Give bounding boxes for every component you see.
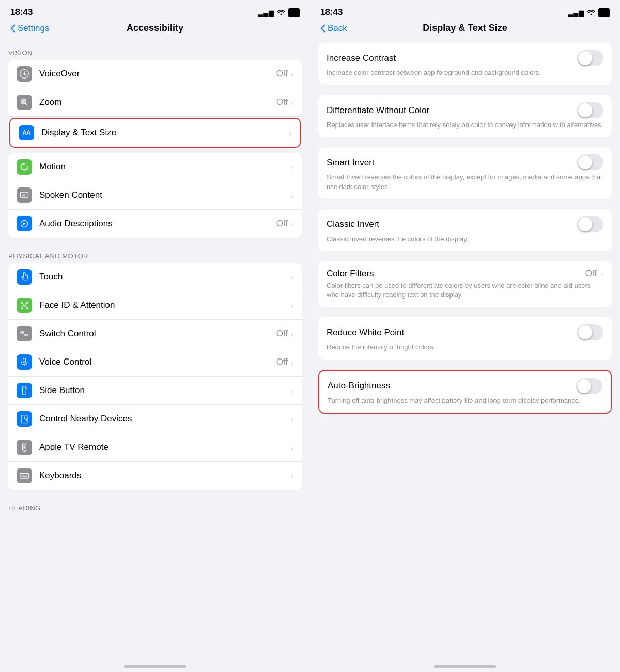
svg-rect-22 — [23, 449, 25, 449]
touch-row[interactable]: Touch › — [8, 263, 302, 291]
nav-bar-left: Settings Accessibility — [0, 21, 310, 39]
control-nearby-row[interactable]: Control Nearby Devices › — [8, 405, 302, 433]
color-filters-desc: Color filters can be used to differentia… — [327, 281, 603, 300]
auto-brightness-desc: Turning off auto-brightness may affect b… — [328, 396, 602, 405]
back-button-left[interactable]: Settings — [10, 23, 49, 34]
zoom-value: Off — [276, 97, 288, 107]
differentiate-row[interactable]: Differentiate Without Color Replaces use… — [318, 95, 612, 137]
color-filters-section: Color Filters Off › Color filters can be… — [318, 261, 612, 307]
motion-row[interactable]: Motion › — [8, 153, 302, 181]
color-filters-title: Color Filters — [327, 269, 374, 279]
svg-rect-27 — [26, 475, 27, 476]
svg-point-10 — [25, 304, 26, 305]
auto-brightness-toggle[interactable] — [576, 378, 602, 394]
apple-tv-remote-row[interactable]: Apple TV Remote › — [8, 433, 302, 462]
switch-control-value: Off — [276, 329, 288, 339]
side-button-label: Side Button — [39, 385, 291, 396]
apple-tv-remote-icon — [17, 440, 32, 455]
voiceover-value: Off — [276, 69, 288, 79]
status-icons-left: ▂▄▆ 57 — [258, 8, 300, 17]
back-button-right[interactable]: Back — [320, 23, 347, 34]
increase-contrast-desc: Increase color contrast between app fore… — [327, 68, 603, 77]
touch-chevron: › — [291, 273, 293, 282]
motion-chevron: › — [291, 163, 293, 171]
svg-rect-6 — [26, 302, 27, 303]
svg-rect-23 — [20, 473, 29, 478]
side-button-row[interactable]: Side Button › — [8, 377, 302, 405]
voiceover-row[interactable]: VoiceOver Off › — [8, 60, 302, 88]
svg-rect-17 — [23, 386, 26, 395]
differentiate-title: Differentiate Without Color — [327, 105, 429, 116]
reduce-white-point-title: Reduce White Point — [327, 327, 404, 338]
touch-icon — [17, 269, 32, 285]
increase-contrast-title: Increase Contrast — [327, 53, 396, 64]
audio-descriptions-chevron: › — [291, 220, 293, 228]
vision-card: VoiceOver Off › Zoom Off › AA Display & … — [8, 60, 302, 149]
display-text-label: Display & Text Size — [41, 128, 289, 138]
svg-point-1 — [23, 73, 25, 74]
switch-control-icon — [17, 326, 32, 341]
voice-control-row[interactable]: Voice Control Off › — [8, 348, 302, 377]
home-indicator-left — [0, 657, 310, 672]
face-id-chevron: › — [291, 301, 293, 310]
svg-rect-30 — [26, 476, 27, 477]
reduce-white-point-section: Reduce White Point Reduce the intensity … — [318, 317, 612, 359]
face-id-row[interactable]: Face ID & Attention › — [8, 291, 302, 320]
svg-rect-15 — [23, 358, 26, 363]
differentiate-desc: Replaces user interface items that rely … — [327, 120, 603, 130]
section-vision-label: VISION — [0, 39, 310, 60]
increase-contrast-toggle[interactable] — [577, 50, 603, 66]
differentiate-toggle[interactable] — [577, 102, 603, 118]
reduce-white-point-knob — [578, 325, 592, 339]
side-button-chevron: › — [291, 386, 293, 395]
svg-rect-21 — [23, 447, 25, 448]
zoom-row[interactable]: Zoom Off › — [8, 88, 302, 117]
audio-descriptions-row[interactable]: Audio Descriptions Off › — [8, 210, 302, 238]
svg-rect-3 — [21, 192, 28, 197]
spoken-content-row[interactable]: Spoken Content › — [8, 181, 302, 210]
home-bar-left — [124, 665, 186, 668]
switch-control-chevron: › — [291, 330, 293, 338]
status-bar-right: 18:43 ▂▄▆ 57 — [310, 0, 620, 21]
auto-brightness-row[interactable]: Auto-Brightness Turning off auto-brightn… — [319, 371, 611, 413]
audio-descriptions-icon — [17, 216, 32, 231]
home-bar-right — [434, 665, 496, 668]
status-time-right: 18:43 — [320, 7, 343, 18]
back-label-left: Settings — [18, 23, 49, 34]
nav-title-right: Display & Text Size — [423, 23, 507, 34]
keyboards-icon — [17, 468, 32, 483]
nav-bar-right: Back Display & Text Size — [310, 21, 620, 39]
smart-invert-toggle[interactable] — [577, 154, 603, 170]
right-panel: 18:43 ▂▄▆ 57 Back Display & Text Size — [310, 0, 620, 672]
classic-invert-toggle[interactable] — [577, 216, 603, 232]
reduce-white-point-toggle[interactable] — [577, 324, 603, 340]
spoken-content-icon — [17, 187, 32, 203]
smart-invert-row[interactable]: Smart Invert Smart Invert reverses the c… — [318, 147, 612, 198]
physical-card: Touch › Face ID & Attention › Switch Con… — [8, 263, 302, 490]
auto-brightness-knob — [577, 379, 591, 393]
differentiate-section: Differentiate Without Color Replaces use… — [318, 95, 612, 137]
reduce-white-point-desc: Reduce the intensity of bright colors. — [327, 342, 603, 352]
display-text-icon: AA — [19, 125, 34, 140]
face-id-icon — [17, 298, 32, 313]
status-bar-left: 18:43 ▂▄▆ 57 — [0, 0, 310, 21]
voiceover-icon — [17, 66, 32, 82]
smart-invert-title: Smart Invert — [327, 158, 375, 168]
apple-tv-remote-label: Apple TV Remote — [39, 442, 291, 452]
display-text-size-row[interactable]: AA Display & Text Size › — [9, 118, 301, 148]
reduce-white-point-row[interactable]: Reduce White Point Reduce the intensity … — [318, 317, 612, 359]
svg-point-9 — [23, 304, 24, 305]
color-filters-value: Off — [585, 269, 597, 279]
svg-point-20 — [23, 445, 25, 446]
switch-control-row[interactable]: Switch Control Off › — [8, 320, 302, 348]
increase-contrast-row[interactable]: Increase Contrast Increase color contras… — [318, 43, 612, 85]
classic-invert-row[interactable]: Classic Invert Classic Invert reverses t… — [318, 209, 612, 251]
battery-left: 57 — [288, 8, 300, 17]
voice-control-label: Voice Control — [39, 357, 276, 367]
keyboards-row[interactable]: Keyboards › — [8, 462, 302, 490]
color-filters-row[interactable]: Color Filters Off › Color filters can be… — [318, 261, 612, 307]
wifi-icon-left — [277, 9, 285, 17]
keyboards-label: Keyboards — [39, 471, 291, 481]
control-nearby-label: Control Nearby Devices — [39, 414, 291, 424]
left-panel-content: VISION VoiceOver Off › Zoom Off › — [0, 39, 310, 657]
